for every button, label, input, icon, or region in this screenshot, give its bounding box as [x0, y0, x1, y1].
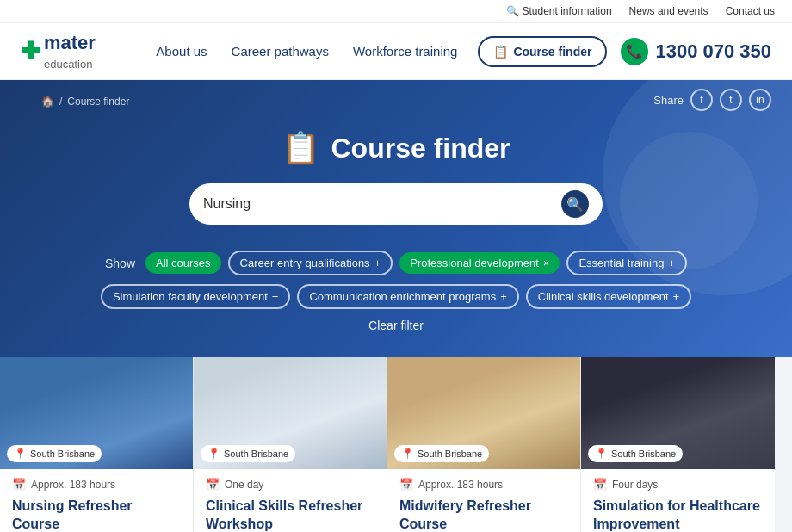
location-badge: 📍 South Brisbane: [201, 445, 295, 462]
list-item[interactable]: 📍 South Brisbane 📅 Approx. 183 hours Nur…: [0, 357, 194, 532]
search-icon: 🔍: [566, 196, 584, 213]
clear-filter-wrap: Clear filter: [368, 318, 424, 333]
location-badge: 📍 South Brisbane: [7, 445, 102, 462]
location-icon: 📍: [595, 448, 608, 460]
duration-row: 📅 Four days: [593, 478, 763, 491]
add-icon: +: [673, 290, 680, 303]
remove-icon: ×: [543, 257, 550, 269]
search-bar-wrap: 🔍: [0, 183, 792, 242]
location-icon: 📍: [207, 448, 220, 460]
search-utility[interactable]: 🔍 Student information: [506, 5, 612, 17]
location-badge: 📍 South Brisbane: [588, 445, 683, 462]
filter-simulation-faculty[interactable]: Simulation faculty development +: [101, 284, 291, 309]
card-body: 📅 One day Clinical Skills Refresher Work…: [194, 469, 387, 532]
filter-professional-dev[interactable]: Professional development ×: [399, 252, 560, 274]
page-title: Course finder: [331, 133, 510, 164]
add-icon: +: [668, 257, 675, 269]
add-icon: +: [374, 257, 381, 269]
card-body: 📅 Approx. 183 hours Midwifery Refresher …: [387, 469, 580, 532]
card-body: 📅 Approx. 183 hours Nursing Refresher Co…: [0, 469, 193, 532]
card-image: 📍 South Brisbane: [194, 357, 387, 469]
filter-all-courses[interactable]: All courses: [145, 252, 221, 274]
filter-row-1: Show All courses Career entry qualificat…: [105, 251, 687, 275]
hero-section: 🏠 / Course finder Share f t in 📋 Course …: [0, 80, 792, 357]
card-image: 📍 South Brisbane: [581, 357, 775, 469]
card-image: 📍 South Brisbane: [387, 357, 580, 469]
main-nav: About us Career pathways Workforce train…: [156, 44, 457, 59]
breadcrumb-separator: /: [59, 96, 62, 108]
clear-filter-button[interactable]: Clear filter: [368, 319, 424, 332]
search-submit-button[interactable]: 🔍: [561, 190, 589, 218]
filter-communication[interactable]: Communication enrichment programs +: [297, 284, 518, 309]
phone-icon: 📞: [621, 38, 648, 65]
search-icon: 🔍: [506, 5, 519, 17]
hero-title-area: 📋 Course finder: [0, 116, 792, 183]
list-item[interactable]: 📍 South Brisbane 📅 Four days Simulation …: [581, 357, 775, 532]
duration-row: 📅 Approx. 183 hours: [12, 478, 181, 491]
duration-row: 📅 One day: [206, 478, 374, 491]
header: ✚ mater education About us Career pathwa…: [0, 23, 792, 80]
logo-text: mater education: [44, 32, 96, 71]
list-item[interactable]: 📍 South Brisbane 📅 Approx. 183 hours Mid…: [387, 357, 581, 532]
card-image: 📍 South Brisbane: [0, 357, 193, 469]
duration-row: 📅 Approx. 183 hours: [399, 478, 568, 491]
student-info-link[interactable]: Student information: [523, 5, 612, 17]
filter-career-entry[interactable]: Career entry qualifications +: [228, 251, 393, 275]
course-finder-icon: 📋: [282, 130, 320, 166]
calendar-icon: 📅: [593, 478, 607, 491]
card-title: Simulation for Healthcare Improvement: [593, 498, 763, 532]
card-title: Midwifery Refresher Course: [399, 498, 568, 532]
card-body: 📅 Four days Simulation for Healthcare Im…: [581, 469, 775, 532]
utility-bar: 🔍 Student information News and events Co…: [0, 0, 792, 23]
nav-career[interactable]: Career pathways: [232, 44, 329, 59]
calendar-icon: 📅: [12, 478, 26, 491]
contact-link[interactable]: Contact us: [726, 5, 775, 17]
logo[interactable]: ✚ mater education: [21, 32, 96, 71]
twitter-icon[interactable]: t: [720, 89, 742, 111]
nav-about[interactable]: About us: [156, 44, 207, 59]
location-icon: 📍: [14, 448, 27, 460]
cards-section: 📍 South Brisbane 📅 Approx. 183 hours Nur…: [0, 357, 792, 532]
nav-workforce[interactable]: Workforce training: [353, 44, 457, 59]
calendar-icon: 📅: [206, 478, 220, 491]
breadcrumb: 🏠 / Course finder: [21, 87, 150, 116]
course-finder-button[interactable]: 📋 Course finder: [478, 36, 607, 67]
add-icon: +: [500, 290, 507, 303]
breadcrumb-current: Course finder: [67, 96, 129, 108]
filter-essential-training[interactable]: Essential training +: [566, 251, 687, 275]
filters-section: Show All courses Career entry qualificat…: [0, 242, 792, 340]
logo-cross-icon: ✚: [21, 40, 40, 64]
show-label: Show: [105, 257, 135, 270]
facebook-icon[interactable]: f: [690, 89, 713, 111]
location-icon: 📍: [401, 448, 414, 460]
home-icon[interactable]: 🏠: [41, 96, 54, 108]
list-item[interactable]: 📍 South Brisbane 📅 One day Clinical Skil…: [194, 357, 387, 532]
share-bar: Share f t in: [653, 89, 771, 111]
filter-clinical-skills[interactable]: Clinical skills development +: [526, 284, 691, 309]
phone-link[interactable]: 📞 1300 070 350: [621, 38, 771, 65]
search-bar: 🔍: [189, 183, 603, 225]
card-title: Nursing Refresher Course: [12, 498, 181, 532]
news-link[interactable]: News and events: [629, 5, 708, 17]
share-label: Share: [653, 94, 684, 107]
location-badge: 📍 South Brisbane: [394, 445, 489, 462]
book-icon: 📋: [493, 45, 508, 59]
add-icon: +: [272, 290, 279, 303]
linkedin-icon[interactable]: in: [749, 89, 771, 111]
filter-row-2: Simulation faculty development + Communi…: [101, 284, 691, 309]
calendar-icon: 📅: [399, 478, 413, 491]
search-input[interactable]: [203, 196, 554, 212]
card-title: Clinical Skills Refresher Workshop: [206, 498, 374, 532]
